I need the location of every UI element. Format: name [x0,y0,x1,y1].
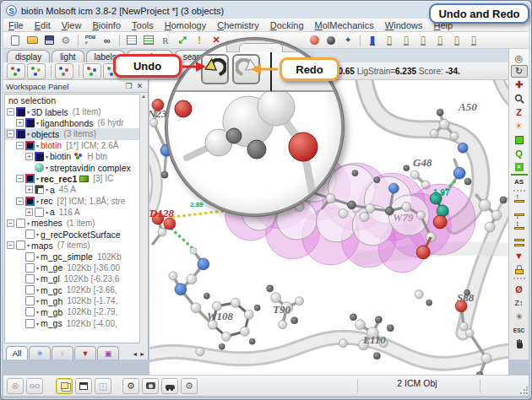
tree-dropdown-icon[interactable]: ▾ [36,254,39,260]
tree-row-m_gb[interactable]: ▾m_gb102Kb [-2.79, [5,306,146,317]
tab-ballstick-view[interactable]: ⑂ [52,346,73,359]
tree-expander[interactable]: + [25,153,33,160]
hand-icon[interactable] [511,338,528,351]
tab-molecule-view[interactable]: ✳ [29,346,51,359]
menu-item-docking[interactable]: Docking [270,20,304,30]
tree-row-biotin[interactable]: +▾biotinH btn [5,151,146,162]
menu-item-view[interactable]: View [62,20,82,30]
display-style-2-button[interactable]: ▯ [381,33,398,48]
tab-display[interactable]: display [7,50,50,62]
tree-expander[interactable]: − [7,219,14,227]
tree-checkbox-icon[interactable] [35,208,44,217]
scroll-up-icon[interactable]: ▲ [140,94,147,99]
tree-scrollbar[interactable]: ▲ [139,94,147,343]
tab-all[interactable]: All [6,346,28,359]
tree-dropdown-icon[interactable]: ▾ [36,287,39,293]
tree-dotbox-icon[interactable] [35,185,44,194]
tree-checkbox-icon[interactable] [16,219,25,228]
display-style-7-button[interactable]: ▯ [465,33,482,48]
alert-button[interactable]: ! [191,33,208,48]
tree-expander[interactable]: + [25,208,33,216]
new-file-button[interactable] [7,33,24,48]
tree-dropdown-icon[interactable]: ▾ [27,109,30,115]
menu-item-windows[interactable]: Windows [385,20,423,30]
tree-row-m_gh[interactable]: ▾m_gh102Kb [-1.74, [5,295,146,306]
tree-checkbox-icon[interactable] [25,285,35,295]
table-green-button[interactable] [140,33,157,48]
tree-row-m_gl[interactable]: ▾m_gl102Kb [-6.23,6 [5,273,146,284]
light-icon[interactable]: ☀ [511,119,528,132]
tree-dropdown-icon[interactable]: ▾ [36,276,39,282]
tree-dropdown-icon[interactable]: ▾ [46,154,48,159]
tree-navy-icon[interactable] [25,118,35,127]
tree-dropdown-icon[interactable]: ▾ [46,186,48,192]
black-sphere-button[interactable] [323,33,339,48]
zoom-tool-icon[interactable] [511,92,528,105]
wand-button[interactable]: ✦ [339,33,356,48]
tree-dropdown-icon[interactable]: ▾ [36,120,39,126]
tree-checkbox-icon[interactable] [25,263,35,273]
tree-checkbox-icon[interactable] [25,296,35,305]
display-style-4-button[interactable]: ▯ [415,33,432,48]
go-button[interactable]: GO [26,378,43,394]
close-panel-button[interactable]: ✕ [134,82,145,90]
tree-row-3d-labels[interactable]: −▾3D labels(1 item) [5,106,146,117]
tree-icm-icon[interactable] [25,197,35,206]
tree-icm-icon[interactable] [25,141,35,150]
rotate-tool-icon[interactable]: ↻ [511,65,528,78]
snapshot-button[interactable] [142,378,159,394]
tab-mesh-view[interactable]: ▼ [74,346,96,359]
ligedit-tool-4[interactable] [83,63,101,79]
menu-item-bioinfo[interactable]: Bioinfo [92,20,121,30]
tree-dropdown-icon[interactable]: ▾ [36,309,39,315]
tree-dropdown-icon[interactable]: ▾ [46,165,48,170]
select-box-icon[interactable] [511,132,528,146]
tree-expander[interactable]: − [16,175,24,182]
animation-button[interactable] [161,378,178,394]
tree-row-objects[interactable]: −▾objects(3 items) [5,128,146,139]
redo-button[interactable] [232,54,260,84]
tree-row-m_gc[interactable]: ▾m_gc102Kb [-3.66, [5,284,146,295]
tree-row-m_gs[interactable]: ▾m_gs102Kb [-4.00, [5,318,146,329]
clip-slab-icon[interactable]: ↕ [511,221,528,235]
tree-dropdown-icon[interactable]: ▾ [46,209,48,215]
tree-expander[interactable]: − [16,142,24,149]
tree-dropdown-icon[interactable]: ▾ [36,176,39,181]
clip-front-icon[interactable]: ↑ [511,194,528,208]
display-style-5-button[interactable]: ▯ [432,33,448,48]
tree-row-maps[interactable]: −▾maps(7 items) [5,240,146,251]
web-search-button[interactable]: ∞ [99,33,116,48]
pdb-search-button[interactable]: PDB⌕ [82,33,99,48]
tree-expander[interactable]: + [16,119,24,127]
tree-dropdown-icon[interactable]: ▾ [27,131,30,137]
menu-item-molmechanics[interactable]: MolMechanics [315,20,374,30]
translate-tool-icon[interactable]: ✚ [511,78,528,91]
table-link-button[interactable]: ⤢ [174,33,191,48]
tree-dropdown-icon[interactable]: ▾ [27,242,30,248]
lock-icon[interactable] [511,262,528,276]
tree-row-rec[interactable]: −▾rec[2] ICM; 1.8Å; stre [5,196,146,207]
tree-row-a[interactable]: +▾a116 A [5,207,146,218]
menu-item-tools[interactable]: Tools [132,20,154,30]
tree-dropdown-icon[interactable]: ▾ [36,265,39,271]
save-button[interactable] [41,33,57,48]
tree-globe-icon[interactable] [35,163,44,172]
tree-navy-icon[interactable] [16,107,25,116]
undo-button[interactable] [201,54,229,84]
settings-button[interactable]: ⚙ [57,33,74,48]
tree-icm-icon[interactable] [25,174,35,183]
resize-grip[interactable] [519,386,528,395]
tree-checkbox-icon[interactable] [16,241,25,250]
tree-checkbox-icon[interactable] [25,307,35,316]
rotate-z-icon[interactable]: Z [511,105,528,119]
menu-item-homology[interactable]: Homology [165,20,207,30]
tree-expander[interactable]: − [7,241,14,249]
menu-item-file[interactable]: File [8,20,24,30]
tree-expander[interactable]: − [7,108,14,116]
workspace-toggle-button[interactable] [56,378,73,394]
open-button[interactable] [24,33,41,48]
display-style-3-button[interactable]: ▯ [398,33,415,48]
tree-dropdown-icon[interactable]: ▾ [36,231,39,237]
ligedit-tool-2[interactable] [27,63,46,79]
tree-expander[interactable]: − [7,130,14,138]
